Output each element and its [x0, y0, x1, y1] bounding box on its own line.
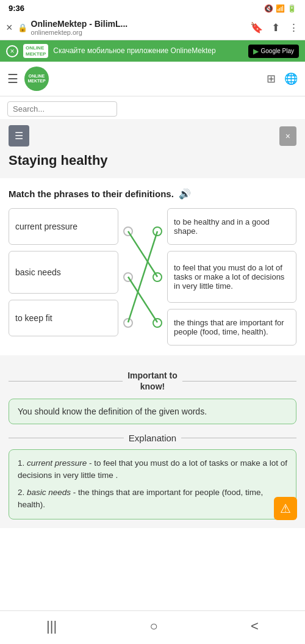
important-label: Important to know!: [127, 370, 178, 392]
match-right-column: to be healthy and in a good shape. to fe…: [167, 208, 296, 346]
browser-bar: × 🔒 OnlineMektep - BilimL... onlinemekte…: [0, 15, 305, 40]
explanation-label: Explanation: [129, 433, 176, 443]
important-section: Important to know! You should know the d…: [0, 361, 305, 432]
toolbar-row: ☰ ×: [0, 119, 305, 153]
nav-logo: ONLINE MEKTEP: [24, 67, 49, 91]
wifi-icon: 📶: [276, 4, 285, 13]
divider-right: [182, 381, 296, 382]
match-area: current pressure basic needs to keep fit: [9, 208, 296, 346]
app-banner: × ONLINE MEKTEP Скачайте мобильное прило…: [0, 40, 305, 62]
bookmark-icon[interactable]: 🔖: [250, 21, 263, 34]
more-icon[interactable]: ⋮: [289, 21, 299, 34]
nav-bar: ☰ ONLINE MEKTEP ⊞ 🌐: [0, 62, 305, 96]
nav-actions: ⊞ 🌐: [267, 72, 298, 85]
toolbar-close-button[interactable]: ×: [279, 126, 296, 146]
explanation-item-1: 1. current pressure - to feel that you m…: [18, 457, 287, 482]
left-dot-1[interactable]: [123, 226, 133, 236]
browser-close-button[interactable]: ×: [6, 21, 13, 34]
status-bar: 9:36 🔇 📶 🔋: [0, 0, 305, 15]
toolbar-menu-button[interactable]: ☰: [9, 125, 29, 147]
right-dot-3[interactable]: [152, 318, 162, 328]
grid-icon[interactable]: ⊞: [267, 72, 276, 85]
list-item: to be healthy and in a good shape.: [167, 208, 296, 245]
share-icon[interactable]: ⬆: [271, 21, 280, 34]
list-item: to keep fit: [9, 300, 118, 336]
status-time: 9:36: [9, 4, 24, 13]
main-content: ☰ × Staying healthy Match the phrases to…: [0, 119, 305, 527]
banner-close-button[interactable]: ×: [6, 45, 18, 57]
important-row: Important to know!: [9, 370, 296, 392]
browser-actions: 🔖 ⬆ ⋮: [250, 21, 299, 34]
info-box: You should know the definition of the gi…: [9, 399, 296, 424]
sound-icon[interactable]: 🔊: [179, 188, 191, 200]
match-middle: [118, 208, 167, 346]
explanation-divider-left: [9, 438, 124, 438]
nav-home-button[interactable]: ○: [149, 618, 157, 634]
nav-hamburger-button[interactable]: ☰: [7, 71, 18, 86]
right-dots: [152, 208, 162, 346]
list-item: the things that are important for people…: [167, 309, 296, 346]
warning-badge: ⚠: [274, 497, 297, 520]
match-left-column: current pressure basic needs to keep fit: [9, 208, 118, 346]
right-dot-2[interactable]: [152, 272, 162, 282]
banner-logo: ONLINE MEKTEP: [23, 44, 48, 58]
search-bar-area: [0, 96, 305, 119]
warning-icon: ⚠: [280, 499, 291, 518]
list-item: current pressure: [9, 208, 118, 245]
nav-back-button[interactable]: |||: [46, 618, 57, 634]
list-item: basic needs: [9, 251, 118, 294]
status-icons: 🔇 📶 🔋: [264, 4, 296, 13]
nav-prev-button[interactable]: <: [251, 618, 259, 634]
explanation-box: 1. current pressure - to feel that you m…: [9, 449, 296, 519]
left-dot-2[interactable]: [123, 272, 133, 282]
left-dot-3[interactable]: [123, 318, 133, 328]
globe-icon[interactable]: 🌐: [284, 72, 298, 85]
right-dot-1[interactable]: [152, 226, 162, 236]
google-play-button[interactable]: ▶ Google Play: [248, 45, 299, 58]
left-dots: [123, 208, 133, 346]
browser-title-area: 🔒 OnlineMektep - BilimL... onlinemektep.…: [18, 19, 245, 36]
battery-icon: 🔋: [287, 4, 296, 13]
bottom-nav: ||| ○ <: [0, 610, 305, 644]
match-title: Match the phrases to their definitions. …: [9, 188, 296, 200]
explanation-item-2: 2. basic needs - the things that are imp…: [18, 487, 287, 512]
play-icon: ▶: [253, 47, 259, 56]
divider-left: [9, 381, 123, 382]
browser-title: OnlineMektep - BilimL...: [31, 19, 128, 29]
mute-icon: 🔇: [264, 4, 273, 13]
lock-icon: 🔒: [18, 23, 27, 32]
browser-subtitle: onlinemektep.org: [31, 29, 128, 36]
banner-text: Скачайте мобильное приложение OnlineMekt…: [53, 46, 243, 56]
match-section: Match the phrases to their definitions. …: [0, 178, 305, 355]
list-item: to feel that you must do a lot of tasks …: [167, 251, 296, 303]
explanation-divider-right: [181, 438, 296, 438]
explanation-section: Explanation 1. current pressure - to fee…: [0, 433, 305, 528]
search-input[interactable]: [7, 101, 117, 117]
page-title: Staying healthy: [0, 153, 305, 178]
explanation-row: Explanation: [9, 433, 296, 443]
